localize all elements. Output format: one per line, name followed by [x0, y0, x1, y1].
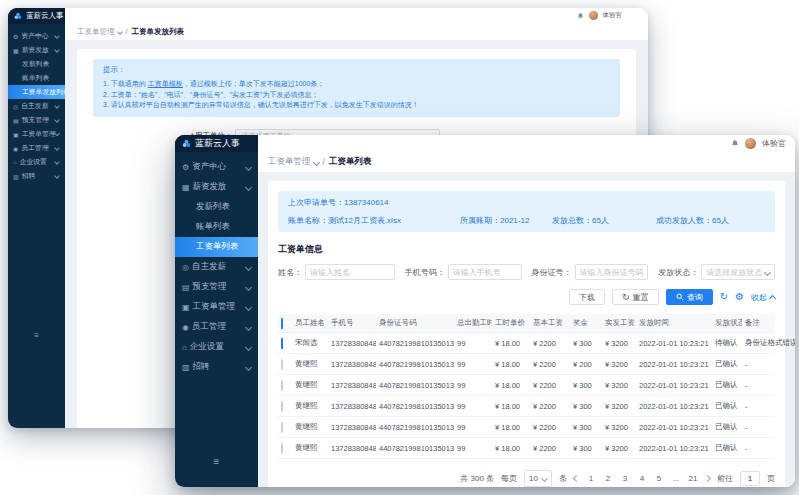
- avatar[interactable]: [589, 11, 598, 20]
- chevron-down-icon: [54, 103, 60, 109]
- bell-icon[interactable]: [577, 12, 584, 20]
- page-number-...[interactable]: ...: [671, 474, 681, 483]
- goto-suffix: 页: [767, 473, 775, 484]
- sidebar-item-薪资发放[interactable]: ▦薪资发放: [175, 177, 258, 197]
- table-cell: ¥ 18.00: [492, 375, 530, 396]
- sidebar-item-招聘[interactable]: ▥招聘: [175, 357, 258, 377]
- page-number-21[interactable]: 21: [688, 474, 698, 483]
- bell-icon[interactable]: [731, 139, 739, 148]
- sidebar-item-资产中心[interactable]: ⚙资产中心: [175, 157, 258, 177]
- column-header: 发放状态: [712, 314, 742, 333]
- page-number-1[interactable]: 1: [586, 474, 596, 483]
- briefcase-icon: ▥: [182, 363, 190, 372]
- filter-select[interactable]: 请选择发放状态: [701, 264, 775, 280]
- next-page-button[interactable]: [704, 475, 711, 482]
- row-checkbox[interactable]: [281, 380, 283, 391]
- gear-icon[interactable]: ⚙: [735, 292, 744, 302]
- table-cell: ¥ 3200: [602, 396, 636, 417]
- page-number-4[interactable]: 4: [637, 474, 647, 483]
- row-checkbox[interactable]: [281, 401, 283, 412]
- page-number-3[interactable]: 3: [620, 474, 630, 483]
- table-cell: ¥ 300: [570, 396, 602, 417]
- row-checkbox[interactable]: [281, 443, 283, 454]
- search-button[interactable]: 查询: [666, 289, 713, 305]
- sidebar-item-label: 预支管理: [22, 115, 49, 125]
- sidebar-collapse-icon[interactable]: ≡: [175, 456, 258, 467]
- sidebar-item-自主发薪[interactable]: ◎自主发薪: [175, 257, 258, 277]
- chevron-down-icon: [54, 47, 60, 53]
- sidebar-item-工资单列表[interactable]: 工资单列表: [175, 237, 258, 257]
- refresh-icon[interactable]: ↻: [720, 292, 728, 302]
- sidebar-item-自主发薪[interactable]: ◎自主发薪: [8, 99, 65, 113]
- breadcrumb-section[interactable]: 工资单管理: [77, 27, 115, 37]
- sidebar-item-员工管理[interactable]: ◉员工管理: [8, 141, 65, 155]
- sidebar-item-发薪列表[interactable]: 发薪列表: [175, 197, 258, 217]
- chevron-down-icon: [54, 117, 60, 123]
- sidebar-item-label: 自主发薪: [21, 101, 48, 111]
- target-icon: ◎: [13, 103, 18, 110]
- breadcrumb-page: 工资单列表: [329, 156, 372, 168]
- filter-input[interactable]: [305, 264, 395, 280]
- front-sidebar: 蓝薪云人事 ⚙资产中心▦薪资发放发薪列表账单列表工资单列表◎自主发薪▤预支管理▣…: [175, 135, 258, 487]
- table-cell: -: [742, 438, 775, 459]
- table-cell: ¥ 3200: [602, 417, 636, 438]
- download-button[interactable]: 下载: [569, 289, 605, 305]
- reset-icon: ↻: [622, 292, 630, 302]
- table-cell: 黄继熙: [292, 438, 328, 459]
- per-page-select[interactable]: 10: [524, 470, 552, 487]
- select-all-checkbox[interactable]: [281, 318, 283, 329]
- sidebar-item-招聘[interactable]: ▥招聘: [8, 169, 65, 183]
- table-cell: ¥ 18.00: [492, 354, 530, 375]
- sidebar-item-资产中心[interactable]: ⚙资产中心: [8, 29, 65, 43]
- page-number-2[interactable]: 2: [603, 474, 613, 483]
- goto-page-input[interactable]: [740, 471, 760, 486]
- column-header: 总出勤工时: [454, 314, 492, 333]
- app-logo-text: 蓝薪云人事: [26, 11, 64, 21]
- sidebar-item-预支管理[interactable]: ▤预支管理: [8, 113, 65, 127]
- sidebar-item-薪资发放[interactable]: ▦薪资发放: [8, 43, 65, 57]
- row-checkbox[interactable]: [281, 338, 283, 349]
- sidebar-item-发薪列表[interactable]: 发薪列表: [8, 57, 65, 71]
- row-checkbox[interactable]: [281, 359, 283, 370]
- prev-page-button[interactable]: [573, 475, 580, 482]
- avatar[interactable]: [745, 138, 756, 149]
- building-icon: ⌂: [13, 159, 17, 165]
- sidebar-collapse-icon[interactable]: ≡: [8, 331, 65, 340]
- sidebar-item-账单列表[interactable]: 账单列表: [175, 217, 258, 237]
- collapse-toggle[interactable]: 收起: [751, 292, 775, 303]
- sidebar-item-员工管理[interactable]: ◉员工管理: [175, 317, 258, 337]
- user-name[interactable]: 体验官: [762, 138, 786, 149]
- sidebar-item-企业设置[interactable]: ⌂企业设置: [8, 155, 65, 169]
- sidebar-item-label: 薪资发放: [22, 45, 49, 55]
- table-cell: 99: [454, 417, 492, 438]
- table-cell: 440782199810135013: [376, 333, 454, 354]
- table-cell: 身份证格式错误: [742, 333, 775, 354]
- sidebar-item-账单列表[interactable]: 账单列表: [8, 71, 65, 85]
- table-cell: 99: [454, 396, 492, 417]
- filter-input[interactable]: [448, 264, 522, 280]
- page-number-5[interactable]: 5: [654, 474, 664, 483]
- doc-icon: ▤: [13, 117, 19, 124]
- template-link[interactable]: 工资单模板: [148, 80, 183, 87]
- reset-button[interactable]: ↻重置: [612, 289, 659, 305]
- sidebar-item-预支管理[interactable]: ▤预支管理: [175, 277, 258, 297]
- sidebar-item-工资单发放列表[interactable]: 工资单发放列表: [8, 85, 65, 99]
- sidebar-item-企业设置[interactable]: ⌂企业设置: [175, 337, 258, 357]
- chevron-down-icon: [117, 29, 123, 35]
- row-checkbox[interactable]: [281, 422, 283, 433]
- filter-input[interactable]: [575, 264, 649, 280]
- table-cell: ¥ 3200: [602, 354, 636, 375]
- table-cell: ¥ 2200: [530, 438, 570, 459]
- table-cell: ¥ 18.00: [492, 333, 530, 354]
- last-apply-number[interactable]: 上次申请单号：1387340614: [288, 197, 765, 208]
- sidebar-item-工资单管理[interactable]: ▣工资单管理: [8, 127, 65, 141]
- chevron-down-icon: [54, 145, 60, 151]
- front-card: 上次申请单号：1387340614 账单名称：测试12月工资表.xlsx所属账期…: [268, 181, 785, 487]
- breadcrumb-section[interactable]: 工资单管理: [268, 156, 311, 168]
- sidebar-item-工资单管理[interactable]: ▣工资单管理: [175, 297, 258, 317]
- tips-line-1: 1. 下载通用的 工资单模板，通过模板上传；单次下发不能超过1000条；: [103, 79, 610, 90]
- user-name[interactable]: 体验官: [603, 11, 623, 20]
- front-content: 上次申请单号：1387340614 账单名称：测试12月工资表.xlsx所属账期…: [258, 173, 795, 487]
- sidebar-item-label: 工资单列表: [196, 241, 239, 253]
- table-row: 黄继熙1372838084844078219981013501399¥ 18.0…: [278, 354, 775, 375]
